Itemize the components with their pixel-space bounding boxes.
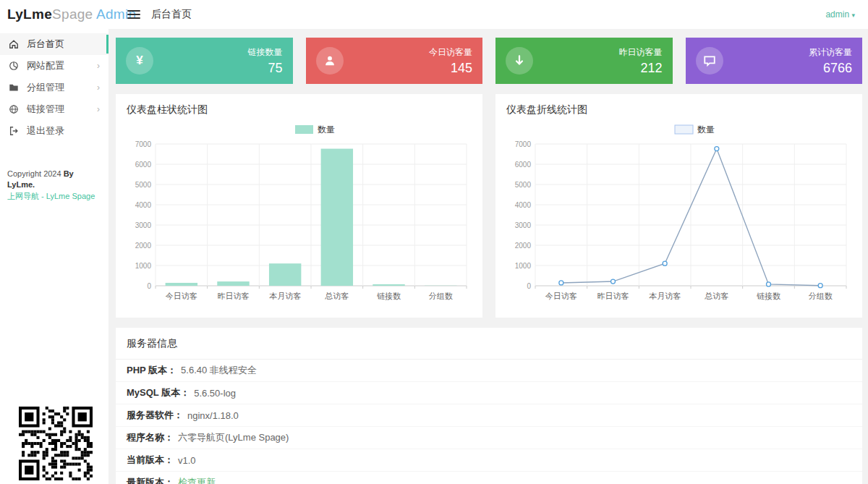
stat-label: 昨日访客量: [619, 46, 663, 59]
copyright-text: Copyright 2024 By LyLme.: [0, 169, 109, 190]
svg-text:6000: 6000: [135, 161, 152, 169]
svg-text:4000: 4000: [515, 201, 532, 209]
svg-text:总访客: 总访客: [324, 292, 349, 300]
stat-card-links: ¥ 链接数量 75: [116, 38, 293, 84]
server-info-row: MySQL 版本： 5.6.50-log: [116, 382, 862, 404]
svg-text:3000: 3000: [515, 221, 532, 229]
home-icon: [9, 39, 19, 49]
stat-value: 75: [248, 61, 283, 76]
charts-row: 仪表盘柱状统计图 数量01000200030004000500060007000…: [116, 94, 862, 318]
arrow-down-icon: [506, 47, 533, 75]
svg-text:今日访客: 今日访客: [166, 292, 197, 300]
sidebar-item-logout[interactable]: 退出登录: [0, 120, 109, 142]
sidebar-nav: 后台首页 网站配置 › 分组管理 › 链接管理 › 退出登录: [0, 29, 109, 142]
svg-text:分组数: 分组数: [429, 292, 453, 300]
chevron-right-icon: ›: [97, 83, 100, 92]
svg-text:数量: 数量: [697, 124, 715, 135]
main-content: ¥ 链接数量 75 今日访客量 145 昨日访客量 212: [109, 29, 868, 484]
sidebar-item-site-config[interactable]: 网站配置 ›: [0, 55, 109, 77]
sidebar-item-dashboard[interactable]: 后台首页: [0, 33, 109, 55]
top-bar: LyLmeSpage Admin 后台首页 admin ▾: [0, 0, 868, 29]
svg-text:5000: 5000: [515, 181, 532, 189]
svg-text:7000: 7000: [135, 140, 152, 148]
sidebar-item-label: 链接管理: [27, 103, 64, 116]
svg-text:1000: 1000: [515, 262, 532, 270]
user-menu[interactable]: admin ▾: [825, 9, 855, 20]
user-icon: [316, 47, 344, 75]
menu-toggle-icon[interactable]: [127, 10, 140, 19]
svg-text:7000: 7000: [515, 140, 532, 148]
username: admin: [825, 9, 849, 20]
server-info-title: 服务器信息: [116, 328, 862, 360]
folder-icon: [9, 82, 19, 93]
server-info-row: 程序名称： 六零导航页(LyLme Spage): [116, 427, 862, 449]
stat-label: 累计访客量: [809, 46, 852, 59]
line-chart-title: 仪表盘折线统计图: [506, 103, 851, 116]
server-info-row: 服务器软件： nginx/1.18.0: [116, 404, 862, 427]
globe-icon: [9, 104, 19, 114]
svg-text:链接数: 链接数: [757, 292, 780, 300]
server-info-row: 最新版本： 检查更新: [116, 472, 862, 484]
svg-text:1000: 1000: [135, 262, 152, 270]
pie-icon: [9, 61, 19, 71]
stat-card-total-visitors: 累计访客量 6766: [686, 38, 863, 84]
svg-text:本月访客: 本月访客: [649, 292, 681, 300]
server-info-panel: 服务器信息 PHP 版本： 5.6.40 非线程安全 MySQL 版本： 5.6…: [116, 328, 862, 484]
server-info-row: PHP 版本： 5.6.40 非线程安全: [116, 360, 862, 382]
sidebar-item-label: 分组管理: [27, 81, 64, 94]
stat-card-today-visitors: 今日访客量 145: [306, 38, 483, 84]
sidebar-item-group-manage[interactable]: 分组管理 ›: [0, 77, 109, 98]
svg-text:0: 0: [527, 282, 531, 290]
chevron-right-icon: ›: [97, 105, 100, 114]
svg-text:本月访客: 本月访客: [269, 292, 301, 300]
svg-text:2000: 2000: [515, 242, 532, 250]
bar-chart-panel: 仪表盘柱状统计图 数量01000200030004000500060007000…: [116, 94, 482, 318]
app-logo: LyLmeSpage Admin: [0, 7, 109, 22]
stat-card-yesterday-visitors: 昨日访客量 212: [495, 38, 673, 84]
svg-text:5000: 5000: [135, 181, 152, 189]
chevron-right-icon: ›: [97, 61, 100, 70]
svg-text:2000: 2000: [135, 242, 152, 250]
svg-text:4000: 4000: [135, 201, 152, 209]
line-chart: 数量01000200030004000500060007000今日访客昨日访客本…: [506, 121, 851, 310]
stat-value: 145: [429, 61, 472, 76]
bar-chart-title: 仪表盘柱状统计图: [127, 103, 472, 116]
sidebar-item-label: 网站配置: [27, 59, 64, 72]
svg-text:数量: 数量: [318, 124, 335, 135]
logo-part-lylme: LyLme: [7, 7, 52, 22]
svg-text:3000: 3000: [135, 221, 152, 229]
svg-text:今日访客: 今日访客: [545, 292, 577, 300]
logo-part-spage: Spage: [52, 7, 93, 22]
sidebar-item-link-manage[interactable]: 链接管理 ›: [0, 98, 109, 120]
logout-icon: [9, 126, 19, 136]
sidebar: 后台首页 网站配置 › 分组管理 › 链接管理 › 退出登录 Copyright…: [0, 29, 109, 484]
qr-code: [19, 407, 93, 480]
line-chart-panel: 仪表盘折线统计图 数量01000200030004000500060007000…: [495, 94, 862, 318]
breadcrumb: 后台首页: [151, 8, 192, 21]
stat-label: 今日访客量: [429, 46, 472, 59]
yen-icon: ¥: [126, 47, 153, 75]
stat-cards-row: ¥ 链接数量 75 今日访客量 145 昨日访客量 212: [116, 38, 862, 84]
svg-text:昨日访客: 昨日访客: [597, 292, 629, 300]
svg-text:6000: 6000: [515, 161, 532, 169]
svg-text:分组数: 分组数: [809, 292, 833, 300]
svg-text:链接数: 链接数: [377, 292, 401, 300]
comment-icon: [696, 47, 723, 75]
stat-label: 链接数量: [248, 46, 283, 59]
check-update-link[interactable]: 检查更新: [178, 476, 216, 484]
chevron-down-icon: ▾: [851, 12, 855, 19]
bar-chart: 数量01000200030004000500060007000今日访客昨日访客本…: [127, 121, 472, 310]
sidebar-item-label: 退出登录: [27, 124, 64, 137]
server-info-row: 当前版本： v1.0: [116, 449, 862, 472]
stat-value: 6766: [809, 61, 852, 76]
svg-text:0: 0: [147, 282, 151, 290]
svg-text:昨日访客: 昨日访客: [218, 292, 250, 300]
svg-text:总访客: 总访客: [704, 292, 728, 300]
sidebar-item-label: 后台首页: [27, 38, 64, 51]
stat-value: 212: [619, 61, 663, 76]
site-nav-link[interactable]: 上网导航 - LyLme Spage: [0, 190, 109, 203]
